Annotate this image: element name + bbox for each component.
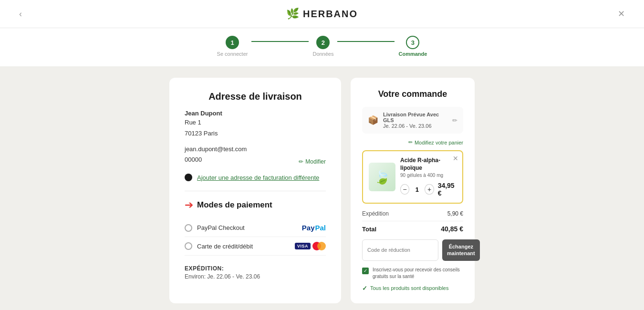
product-image: 🍃 [369, 163, 395, 191]
card-option[interactable]: Carte de crédit/débit VISA [185, 237, 326, 256]
step-line-1 [251, 41, 309, 42]
paypal-option[interactable]: PayPal Checkout PayPal [185, 219, 326, 237]
billing-row: Ajouter une adresse de facturation diffé… [185, 174, 326, 181]
order-title: Votre commande [362, 89, 463, 99]
step-2-number: 2 [316, 36, 330, 49]
coupon-input[interactable] [362, 239, 438, 261]
product-price: 34,95 € [438, 182, 457, 197]
logo-text: HERBANO [303, 9, 358, 20]
paypal-radio[interactable] [185, 224, 192, 232]
card-logos: VISA [295, 242, 326, 250]
product-bottle-icon: 🍃 [374, 169, 391, 185]
product-subtitle: 90 gélules à 400 mg [400, 173, 457, 178]
delivery-info: 📦 Livraison Prévue Avec GLS Je. 22.06 - … [362, 107, 463, 134]
step-3-number: 3 [406, 36, 419, 49]
step-3: 3 Commande [398, 36, 427, 57]
increase-qty-button[interactable]: + [425, 184, 434, 195]
mastercard-icon [312, 242, 326, 250]
availability-row: ✓ Tous les produits sont disponibles [362, 285, 463, 292]
billing-link[interactable]: Ajouter une adresse de facturation diffé… [197, 174, 319, 181]
step-2: 2 Données [312, 36, 333, 57]
step-1: 1 Se connecter [217, 36, 248, 57]
expedition-section: EXPÉDITION: Environ: Je. 22.06 - Ve. 23.… [185, 265, 326, 280]
address-line1: Rue 1 [185, 118, 326, 128]
shipping-label: Expédition [362, 210, 389, 217]
close-button[interactable]: ✕ [618, 9, 625, 19]
product-card: 🍃 Acide R-alpha-lipoïque 90 gélules à 40… [362, 150, 463, 204]
product-controls: − 1 + 34,95 € [400, 182, 457, 197]
expedition-title: EXPÉDITION: [185, 265, 326, 272]
modify-cart-label: Modifiez votre panier [415, 140, 463, 145]
coupon-row: Échangez maintenant [362, 239, 463, 261]
leaf-icon: 🌿 [286, 8, 300, 20]
visa-icon: VISA [295, 243, 311, 249]
divider [185, 191, 326, 191]
step-3-label: Commande [398, 51, 427, 57]
logo: 🌿 HERBANO [286, 8, 358, 20]
expedition-dates: Environ: Je. 22.06 - Ve. 23.06 [185, 273, 326, 280]
address-title: Adresse de livraison [185, 91, 326, 102]
pencil-cart-icon: ✏ [408, 139, 413, 145]
newsletter-text: Inscrivez-vous pour recevoir des conseil… [373, 267, 463, 280]
step-1-number: 1 [226, 36, 239, 49]
delivery-text: Livraison Prévue Avec GLS Je. 22.06 - Ve… [383, 112, 447, 129]
edit-delivery-icon[interactable]: ✏ [452, 117, 457, 124]
card-label: Carte de crédit/débit [197, 243, 253, 250]
shipping-value: 5,90 € [447, 210, 463, 217]
back-button[interactable]: ‹ [19, 9, 22, 19]
newsletter-row: ✓ Inscrivez-vous pour recevoir des conse… [362, 267, 463, 280]
card-radio[interactable] [185, 242, 192, 250]
right-card: Votre commande 📦 Livraison Prévue Avec G… [351, 78, 475, 303]
shipping-row: Expédition 5,90 € [362, 210, 463, 217]
delivery-dates: Je. 22.06 - Ve. 23.06 [383, 123, 447, 129]
address-name: Jean Dupont [185, 110, 326, 117]
main-content: Adresse de livraison Jean Dupont Rue 1 7… [150, 66, 494, 310]
total-value: 40,85 € [441, 225, 463, 233]
red-arrow-icon: ➔ [185, 199, 193, 211]
paypal-label: PayPal Checkout [197, 224, 245, 231]
pencil-icon: ✏ [299, 158, 303, 165]
exchange-button[interactable]: Échangez maintenant [442, 239, 480, 261]
package-icon: 📦 [368, 115, 378, 125]
availability-text: Tous les produits sont disponibles [370, 285, 448, 291]
address-email: jean.dupont@test.com [185, 145, 247, 155]
total-row: Total 40,85 € [362, 221, 463, 233]
payment-section-header: ➔ Modes de paiement [185, 199, 326, 211]
step-line-2 [337, 41, 395, 42]
header: ‹ 🌿 HERBANO ✕ [0, 0, 644, 28]
stepper: 1 Se connecter 2 Données 3 Commande [0, 28, 644, 61]
paypal-logo: PayPal [302, 224, 326, 232]
delivery-label: Livraison Prévue Avec GLS [383, 112, 447, 123]
payment-title: Modes de paiement [197, 200, 272, 210]
qty-value: 1 [413, 186, 421, 193]
step-2-label: Données [312, 51, 333, 57]
modify-address-link[interactable]: ✏ Modifier [299, 158, 326, 165]
newsletter-checkbox[interactable]: ✓ [362, 268, 369, 274]
checkmark-icon: ✓ [364, 269, 367, 273]
billing-dot-icon [185, 174, 192, 181]
decrease-qty-button[interactable]: − [400, 184, 409, 195]
remove-product-button[interactable]: ✕ [453, 155, 458, 162]
address-city: 70123 Paris [185, 129, 326, 139]
step-1-label: Se connecter [217, 51, 248, 57]
product-name: Acide R-alpha-lipoïque [400, 157, 457, 172]
total-label: Total [362, 226, 376, 233]
product-info: Acide R-alpha-lipoïque 90 gélules à 400 … [400, 157, 457, 197]
availability-check-icon: ✓ [362, 285, 367, 292]
modify-cart-link[interactable]: ✏ Modifiez votre panier [362, 139, 463, 145]
address-postal: 00000 [185, 155, 247, 165]
left-card: Adresse de livraison Jean Dupont Rue 1 7… [169, 78, 341, 303]
